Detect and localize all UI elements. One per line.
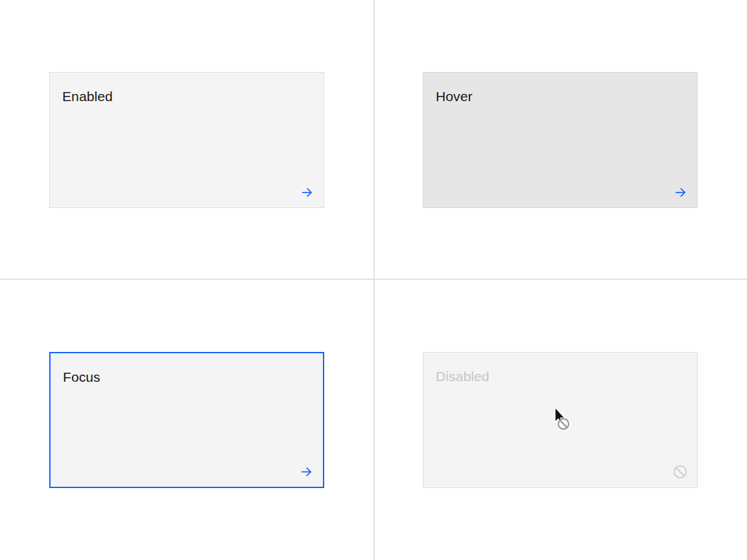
tile-label-hover: Hover [436,88,473,105]
clickable-tile-disabled: Disabled [423,352,698,488]
clickable-tile-states-canvas: Enabled Hover [0,0,747,560]
quadrant-hover: Hover [374,0,747,279]
vertical-divider [374,0,375,560]
horizontal-divider [0,279,747,280]
tile-label-focus: Focus [63,368,101,386]
quadrant-focus: Focus [0,279,374,560]
arrow-right-icon [300,465,313,478]
quadrant-enabled: Enabled [0,0,374,279]
clickable-tile-focus[interactable]: Focus [49,352,324,488]
clickable-tile-enabled[interactable]: Enabled [49,72,324,208]
tile-label-disabled: Disabled [436,368,490,385]
quadrant-disabled: Disabled [374,279,747,560]
prohibited-icon [673,465,687,479]
arrow-right-icon [300,186,313,199]
not-allowed-cursor [551,405,577,434]
arrow-right-icon [674,186,687,199]
clickable-tile-hover[interactable]: Hover [423,72,698,208]
tile-label-enabled: Enabled [62,88,113,105]
